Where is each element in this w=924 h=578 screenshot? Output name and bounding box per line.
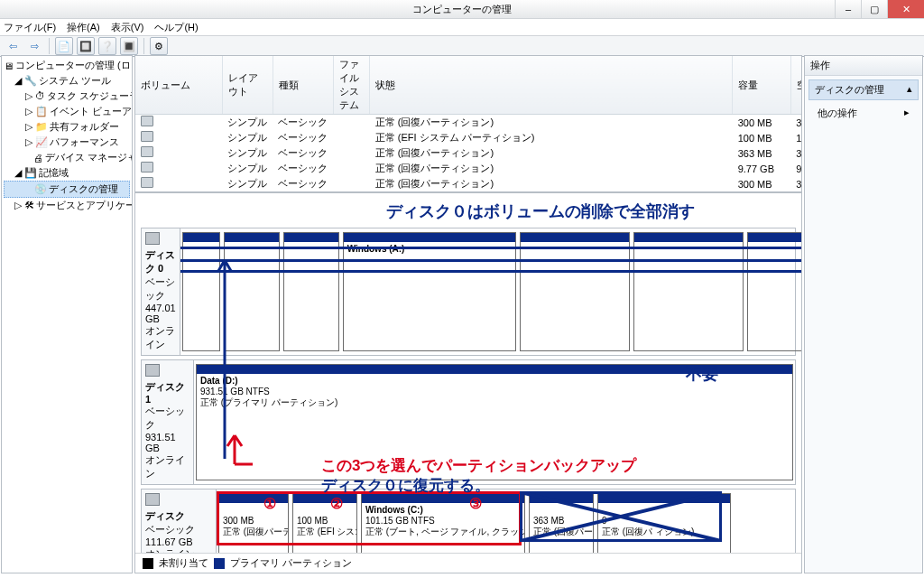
navigation-tree[interactable]: 🖥コンピューターの管理 (ローカル) ◢ 🔧 システム ツール ▷ ⏱ タスク … [1,55,133,57]
menu-bar: ファイル(F) 操作(A) 表示(V) ヘルプ(H) [0,19,924,36]
actions-pane: 操作 ディスクの管理▴ 他の操作▸ [804,55,923,57]
close-button[interactable]: ✕ [887,0,924,18]
volume-list[interactable]: ボリューム レイアウト 種類 ファイル システム 状態 容量 空き領域 空き領域… [135,56,801,57]
center-pane: ボリューム レイアウト 種類 ファイル システム 状態 容量 空き領域 空き領域… [134,55,802,57]
toolbar-properties-icon[interactable]: 📄 [55,37,73,55]
window-title: コンピューターの管理 [412,3,512,16]
menu-help[interactable]: ヘルプ(H) [154,21,198,34]
forward-button[interactable]: ⇨ [25,38,43,54]
col-layout[interactable]: レイアウト [222,56,273,57]
menu-action[interactable]: 操作(A) [67,21,100,34]
maximize-button[interactable]: ▢ [861,0,887,18]
col-free[interactable]: 空き領域 [790,56,801,57]
col-status[interactable]: 状態 [370,56,733,57]
back-button[interactable]: ⇦ [4,38,22,54]
col-capacity[interactable]: 容量 [733,56,791,57]
separator [143,38,144,54]
menu-file[interactable]: ファイル(F) [4,21,56,34]
separator [49,38,50,54]
title-bar: コンピューターの管理 – ▢ ✕ [0,0,924,19]
col-fs[interactable]: ファイル システム [333,56,370,57]
actions-header: 操作 [805,56,922,57]
toolbar-settings-icon[interactable]: ⚙ [150,37,168,55]
minimize-button[interactable]: – [835,0,861,18]
toolbar-view-icon[interactable]: 🔳 [120,37,138,55]
col-volume[interactable]: ボリューム [135,56,222,57]
menu-view[interactable]: 表示(V) [111,21,144,34]
toolbar-refresh-icon[interactable]: 🔲 [77,37,95,55]
toolbar-help-icon[interactable]: ❔ [98,37,116,55]
col-type[interactable]: 種類 [273,56,333,57]
